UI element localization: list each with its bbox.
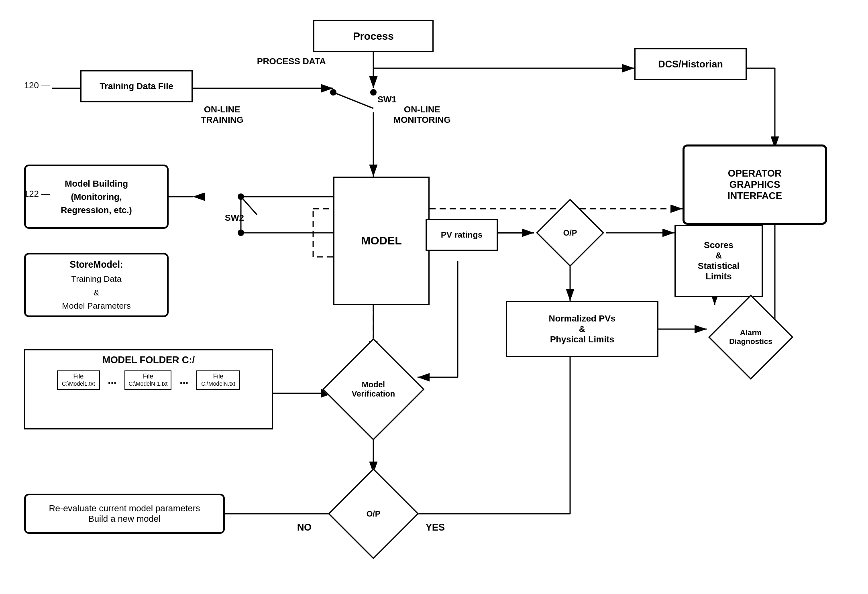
- svg-line-44: [241, 197, 257, 215]
- yes-label: YES: [426, 522, 445, 533]
- process-data-label: PROCESS DATA: [257, 56, 326, 67]
- sw2-label: SW2: [225, 213, 244, 223]
- normalized-pvs-box: Normalized PVs&Physical Limits: [506, 301, 658, 357]
- op1-diamond: O/P: [530, 205, 610, 261]
- dcs-historian-box: DCS/Historian: [634, 48, 747, 80]
- svg-point-42: [238, 230, 244, 236]
- svg-point-39: [370, 89, 377, 96]
- pv-ratings-box: PV ratings: [426, 219, 498, 251]
- training-data-file-box: Training Data File: [80, 70, 193, 102]
- ref-120-label: 120 —: [24, 80, 50, 91]
- alarm-diagnostics-diamond: AlarmDiagnostics: [707, 305, 795, 369]
- on-line-training-label: ON-LINETRAINING: [201, 104, 243, 125]
- svg-point-41: [238, 193, 244, 200]
- reevaluate-box: Re-evaluate current model parametersBuil…: [24, 494, 225, 534]
- ref-122-label: 122 —: [24, 189, 50, 199]
- diagram-container: Process DCS/Historian Training Data File…: [0, 0, 868, 594]
- model-verification-diamond: ModelVerification: [321, 349, 426, 429]
- operator-graphics-box: OPERATORGRAPHICSINTERFACE: [683, 144, 827, 225]
- svg-point-40: [330, 89, 336, 96]
- op2-diamond: O/P: [329, 474, 418, 554]
- model-box: MODEL: [333, 177, 430, 305]
- process-box: Process: [313, 20, 434, 52]
- svg-line-43: [333, 92, 373, 108]
- scores-statistical-box: Scores&StatisticalLimits: [674, 225, 763, 297]
- on-line-monitoring-label: ON-LINEMONITORING: [393, 104, 451, 125]
- model-folder-box: MODEL FOLDER C:/ FileC:\Model1.txt ... F…: [24, 349, 273, 429]
- sw1-label: SW1: [377, 94, 397, 105]
- no-label: NO: [297, 522, 312, 533]
- store-model-box: StoreModel: Training Data&Model Paramete…: [24, 253, 169, 317]
